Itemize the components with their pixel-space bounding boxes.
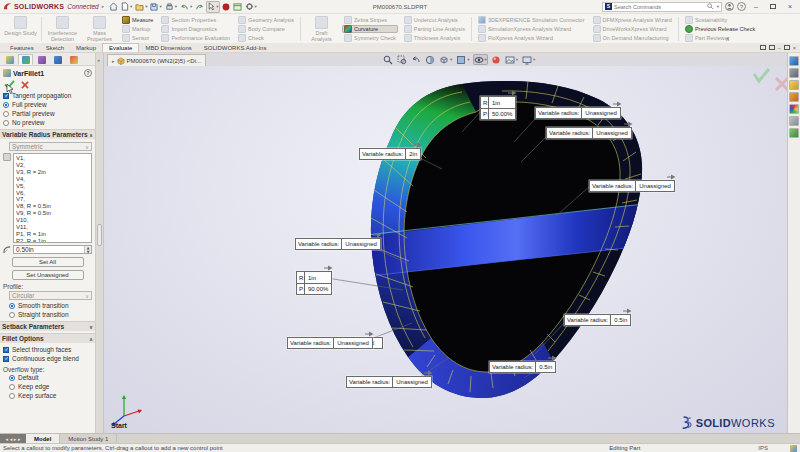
display-style-icon[interactable]: ▾ xyxy=(455,54,470,65)
callout-value[interactable]: Unassigned xyxy=(334,338,372,348)
custom-properties-icon[interactable] xyxy=(789,128,799,138)
callout-value[interactable]: Unassigned xyxy=(582,108,620,118)
ribbon-button-design-study[interactable]: Design Study xyxy=(2,15,39,43)
variable-radius-callout[interactable]: Variable radius:Unassigned xyxy=(546,127,632,139)
confirm-corner-cancel-icon[interactable] xyxy=(776,78,787,90)
radius-spinner[interactable]: ▲▼ xyxy=(84,246,91,253)
radius-position-callout[interactable]: R:1inP:90.00% xyxy=(296,271,332,295)
ribbon-button-part-reviewer[interactable]: Part Reviewer xyxy=(683,33,757,42)
callout-value[interactable]: Unassigned xyxy=(593,128,631,138)
callout-drag-handle-icon[interactable] xyxy=(324,265,333,271)
callout-drag-handle-icon[interactable] xyxy=(373,232,382,238)
print-button[interactable]: ▾ xyxy=(164,1,178,13)
ribbon-button-measure[interactable]: Measure xyxy=(120,16,155,25)
unit-system-label[interactable]: IPS xyxy=(758,445,782,451)
callout-value[interactable]: Unassigned xyxy=(636,181,674,191)
minimize-window-button[interactable]: – xyxy=(749,1,763,12)
radius-list-item[interactable]: V1, xyxy=(16,155,89,162)
radius-list-item[interactable]: V6, xyxy=(16,190,89,197)
callout-value[interactable]: 50.00% xyxy=(489,109,515,119)
variable-radius-callout[interactable]: Variable radius:Unassigned xyxy=(295,238,381,250)
radius-list-item[interactable]: V9, R = 0.5in xyxy=(16,210,89,217)
logo-menu-arrow-icon[interactable]: ▸ xyxy=(102,4,104,9)
pm-help-icon[interactable]: ? xyxy=(84,69,92,77)
model-3d-view[interactable] xyxy=(104,66,787,433)
full-preview-radio[interactable] xyxy=(3,102,9,108)
cancel-button[interactable] xyxy=(21,81,29,89)
property-manager-tab[interactable] xyxy=(18,54,33,65)
ribbon-button-mass-properties[interactable]: Mass Properties xyxy=(81,15,118,43)
ribbon-button-thickness-analysis[interactable]: Thickness Analysis xyxy=(402,33,467,42)
radius-value-input[interactable]: 0.50in ▲▼ xyxy=(13,245,92,254)
ribbon-button-interference-detection[interactable]: Interference Detection xyxy=(44,15,81,43)
partial-preview-radio[interactable] xyxy=(3,111,9,117)
overflow-default-radio[interactable] xyxy=(9,375,15,381)
splitter-grip[interactable] xyxy=(97,224,102,246)
ribbon-tab-markup[interactable]: Markup xyxy=(70,43,102,52)
doc-cascade-icon[interactable] xyxy=(769,45,775,51)
ribbon-button-check[interactable]: Check xyxy=(236,33,296,42)
set-all-button[interactable]: Set All xyxy=(12,257,84,267)
callout-drag-handle-icon[interactable] xyxy=(613,101,622,107)
variable-radius-parameters-header[interactable]: Variable Radius Parameters∧ xyxy=(0,129,95,139)
search-input[interactable] xyxy=(614,4,705,10)
variable-radius-callout[interactable]: Variable radius:Unassigned xyxy=(535,107,621,119)
view-palette-icon[interactable] xyxy=(789,116,799,126)
ribbon-button-sensor[interactable]: Sensor xyxy=(120,33,155,42)
new-document-button[interactable]: ▾ xyxy=(120,1,133,13)
edit-appearance-icon[interactable] xyxy=(490,54,502,65)
callout-drag-handle-icon[interactable] xyxy=(508,90,517,96)
keep-edge-radio[interactable] xyxy=(9,384,15,390)
no-preview-radio[interactable] xyxy=(3,120,9,126)
3dexperience-tab-icon[interactable] xyxy=(789,68,799,78)
ribbon-button-3dexperience-simulation-connector[interactable]: 3DEXPERIENCE Simulation Connector xyxy=(476,16,587,25)
search-commands-box[interactable]: S ▾ xyxy=(602,2,722,12)
confirm-corner-accept-icon[interactable] xyxy=(754,69,769,81)
undo-button[interactable]: ▾ xyxy=(179,1,193,13)
ribbon-button-curvature[interactable]: Curvature xyxy=(342,25,398,34)
fillet-options-header[interactable]: Fillet Options∧ xyxy=(0,333,95,343)
callout-value[interactable]: 0.5in xyxy=(536,362,555,372)
tag-icon[interactable] xyxy=(790,445,797,452)
profile-dropdown[interactable]: Circular∨ xyxy=(9,291,92,300)
ribbon-button-body-compare[interactable]: Body Compare xyxy=(236,25,296,34)
graphics-viewport[interactable]: Variable radius:2inR:1inP:50.00%Variable… xyxy=(104,66,787,433)
ribbon-button-geometry-analysis[interactable]: Geometry Analysis xyxy=(236,16,296,25)
window-list-button[interactable] xyxy=(232,1,243,13)
zoom-to-fit-icon[interactable] xyxy=(382,54,394,65)
callout-value[interactable]: 90.00% xyxy=(305,284,331,294)
ribbon-button-draft-analysis[interactable]: Draft Analysis xyxy=(303,15,340,43)
variable-radius-callout[interactable]: Variable radius:2in xyxy=(359,148,421,160)
ribbon-tab-evaluate[interactable]: Evaluate xyxy=(102,43,139,52)
ribbon-button-import-diagnostics[interactable]: Import Diagnostics xyxy=(159,25,232,34)
ribbon-button-parting-line-analysis[interactable]: Parting Line Analysis xyxy=(402,25,467,34)
dimxpert-manager-tab[interactable] xyxy=(50,54,65,65)
redo-button[interactable] xyxy=(194,1,205,13)
zoom-to-area-icon[interactable] xyxy=(396,54,408,65)
panel-collapse-icon[interactable]: ◂ xyxy=(97,57,100,63)
ribbon-button-markup[interactable]: Markup xyxy=(120,25,155,34)
document-tab[interactable]: ▸ PM000670 (WN2(2)5) <Di... xyxy=(107,54,206,66)
hide-show-items-icon[interactable]: ▾ xyxy=(473,54,488,65)
ribbon-button-sustainability[interactable]: Sustainability xyxy=(683,16,757,25)
ribbon-button-driveworksxpress-wizard[interactable]: DriveWorksXpress Wizard xyxy=(591,25,674,34)
callout-drag-handle-icon[interactable] xyxy=(548,355,557,361)
keep-surface-radio[interactable] xyxy=(9,393,15,399)
select-through-faces-checkbox[interactable] xyxy=(3,347,9,353)
radius-position-callout[interactable]: R:1inP:50.00% xyxy=(480,96,516,120)
home-tab-icon[interactable] xyxy=(789,56,799,66)
radius-list-item[interactable]: V3, R = 2in xyxy=(16,169,89,176)
ribbon-button-zebra-stripes[interactable]: Zebra Stripes xyxy=(342,16,398,25)
tab-scroll-buttons[interactable]: ◂ ◂ ▸ ▸ xyxy=(0,434,26,443)
tree-expand-icon[interactable]: ▸ xyxy=(112,58,115,64)
feature-manager-tab[interactable] xyxy=(2,54,17,65)
save-button[interactable]: ▾ xyxy=(149,1,162,13)
help-icon[interactable]: ? xyxy=(737,2,746,11)
search-icon[interactable] xyxy=(707,3,714,10)
open-button[interactable]: ▾ xyxy=(134,1,148,13)
callout-drag-handle-icon[interactable] xyxy=(413,142,422,148)
variable-radius-callout[interactable]: Variable radius:Unassigned xyxy=(346,376,432,388)
variable-radius-callout[interactable]: Variable radius:0.5in xyxy=(489,361,556,373)
tangent-propagation-checkbox[interactable] xyxy=(3,93,9,99)
callout-drag-handle-icon[interactable] xyxy=(424,370,433,376)
